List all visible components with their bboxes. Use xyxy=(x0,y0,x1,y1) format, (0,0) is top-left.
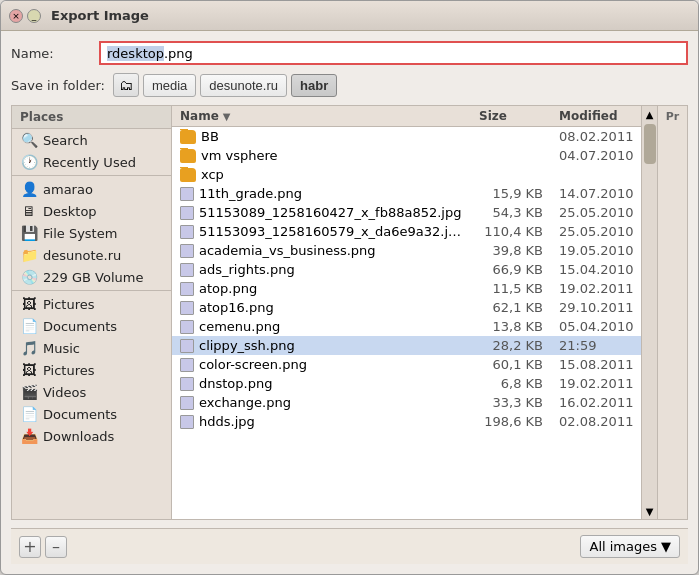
places-header: Places xyxy=(12,106,171,129)
path-button-habr[interactable]: habr xyxy=(291,74,337,97)
file-name-text: dnstop.png xyxy=(199,376,272,391)
table-row[interactable]: color-screen.png60,1 KB15.08.2011 xyxy=(172,355,641,374)
sidebar-item-amarao[interactable]: 👤amarao xyxy=(12,178,171,200)
file-modified-cell: 19.02.2011 xyxy=(551,376,641,391)
file-name-cell: atop.png xyxy=(172,281,471,296)
table-row[interactable]: atop.png11,5 KB19.02.2011 xyxy=(172,279,641,298)
title-bar: × _ Export Image xyxy=(1,1,698,31)
places-sidebar: Places 🔍Search🕐Recently Used👤amarao🖥Desk… xyxy=(12,106,172,519)
file-list-header: Name ▼ Size Modified xyxy=(172,106,641,127)
sidebar-label-documents1: Documents xyxy=(43,319,117,334)
sidebar-label-amarao: amarao xyxy=(43,182,93,197)
folder-icon xyxy=(180,168,196,182)
minimize-button[interactable]: _ xyxy=(27,9,41,23)
file-list[interactable]: BB08.02.2011vm vsphere04.07.2010xcp11th_… xyxy=(172,127,641,519)
sidebar-item-229gb[interactable]: 💿229 GB Volume xyxy=(12,266,171,288)
file-size-cell: 13,8 KB xyxy=(471,319,551,334)
sidebar-item-desktop[interactable]: 🖥Desktop xyxy=(12,200,171,222)
sidebar-item-recently-used[interactable]: 🕐Recently Used xyxy=(12,151,171,173)
add-bookmark-button[interactable]: + xyxy=(19,536,41,558)
format-label: All images xyxy=(589,539,657,554)
sidebar-divider-2 xyxy=(12,175,171,176)
sidebar-item-downloads[interactable]: 📥Downloads xyxy=(12,425,171,447)
sidebar-label-desunote: desunote.ru xyxy=(43,248,121,263)
name-row: Name: rdesktop.png xyxy=(11,41,688,65)
scrollbar-thumb[interactable] xyxy=(644,124,656,164)
file-size-cell: 33,3 KB xyxy=(471,395,551,410)
table-row[interactable]: 51153093_1258160579_x_da6e9a32.jpg110,4 … xyxy=(172,222,641,241)
sidebar-item-documents2[interactable]: 📄Documents xyxy=(12,403,171,425)
documents2-icon: 📄 xyxy=(20,406,38,422)
table-row[interactable]: xcp xyxy=(172,165,641,184)
path-button-desunote[interactable]: desunote.ru xyxy=(200,74,287,97)
remove-bookmark-button[interactable]: – xyxy=(45,536,67,558)
file-size-cell: 28,2 KB xyxy=(471,338,551,353)
folder-browse-button[interactable]: 🗂 xyxy=(113,73,139,97)
pr-panel: Pr xyxy=(657,106,687,519)
column-size[interactable]: Size xyxy=(471,109,551,123)
format-dropdown[interactable]: All images ▼ xyxy=(580,535,680,558)
file-name-text: 51153089_1258160427_x_fb88a852.jpg xyxy=(199,205,461,220)
sidebar-items: 🔍Search🕐Recently Used👤amarao🖥Desktop💾Fil… xyxy=(12,129,171,447)
file-name-text: 11th_grade.png xyxy=(199,186,302,201)
sidebar-item-filesystem[interactable]: 💾File System xyxy=(12,222,171,244)
sidebar-item-videos[interactable]: 🎬Videos xyxy=(12,381,171,403)
amarao-icon: 👤 xyxy=(20,181,38,197)
column-name[interactable]: Name ▼ xyxy=(172,109,471,123)
sidebar-item-pictures1[interactable]: 🖼Pictures xyxy=(12,293,171,315)
sidebar-item-music[interactable]: 🎵Music xyxy=(12,337,171,359)
table-row[interactable]: hdds.jpg198,6 KB02.08.2011 xyxy=(172,412,641,431)
name-label: Name: xyxy=(11,46,91,61)
column-modified[interactable]: Modified xyxy=(551,109,641,123)
file-name-cell: ads_rights.png xyxy=(172,262,471,277)
sidebar-divider-8 xyxy=(12,290,171,291)
desktop-icon: 🖥 xyxy=(20,203,38,219)
sidebar-item-documents1[interactable]: 📄Documents xyxy=(12,315,171,337)
sidebar-item-search[interactable]: 🔍Search xyxy=(12,129,171,151)
file-modified-cell: 29.10.2011 xyxy=(551,300,641,315)
scroll-up-button[interactable]: ▲ xyxy=(642,106,657,122)
file-name-text: color-screen.png xyxy=(199,357,307,372)
file-name-cell: academia_vs_business.png xyxy=(172,243,471,258)
desunote-icon: 📁 xyxy=(20,247,38,263)
file-name-cell: BB xyxy=(172,129,471,144)
table-row[interactable]: atop16.png62,1 KB29.10.2011 xyxy=(172,298,641,317)
table-row[interactable]: 11th_grade.png15,9 KB14.07.2010 xyxy=(172,184,641,203)
name-highlighted-part: rdesktop xyxy=(107,46,164,61)
table-row[interactable]: 51153089_1258160427_x_fb88a852.jpg54,3 K… xyxy=(172,203,641,222)
file-list-panel: Name ▼ Size Modified BB08.02.2011vm vsph… xyxy=(172,106,641,519)
sidebar-label-videos: Videos xyxy=(43,385,86,400)
folder-icon xyxy=(180,130,196,144)
table-row[interactable]: cemenu.png13,8 KB05.04.2010 xyxy=(172,317,641,336)
sidebar-label-downloads: Downloads xyxy=(43,429,114,444)
scroll-down-button[interactable]: ▼ xyxy=(642,503,657,519)
table-row[interactable]: dnstop.png6,8 KB19.02.2011 xyxy=(172,374,641,393)
name-input[interactable]: rdesktop.png xyxy=(99,41,688,65)
videos-icon: 🎬 xyxy=(20,384,38,400)
file-modified-cell: 16.02.2011 xyxy=(551,395,641,410)
main-file-panel: Places 🔍Search🕐Recently Used👤amarao🖥Desk… xyxy=(11,105,688,520)
table-row[interactable]: academia_vs_business.png39,8 KB19.05.201… xyxy=(172,241,641,260)
folder-icon xyxy=(180,149,196,163)
table-row[interactable]: exchange.png33,3 KB16.02.2011 xyxy=(172,393,641,412)
sidebar-item-pictures2[interactable]: 🖼Pictures xyxy=(12,359,171,381)
search-icon: 🔍 xyxy=(20,132,38,148)
path-button-media[interactable]: media xyxy=(143,74,196,97)
scrollbar[interactable]: ▲ ▼ xyxy=(641,106,657,519)
table-row[interactable]: vm vsphere04.07.2010 xyxy=(172,146,641,165)
minus-icon: – xyxy=(52,539,60,555)
table-row[interactable]: BB08.02.2011 xyxy=(172,127,641,146)
file-size-cell: 15,9 KB xyxy=(471,186,551,201)
dropdown-arrow-icon: ▼ xyxy=(661,539,671,554)
image-file-icon xyxy=(180,282,194,296)
file-name-cell: vm vsphere xyxy=(172,148,471,163)
sidebar-label-recently-used: Recently Used xyxy=(43,155,136,170)
file-modified-cell: 19.05.2010 xyxy=(551,243,641,258)
sidebar-item-desunote[interactable]: 📁desunote.ru xyxy=(12,244,171,266)
file-name-cell: 51153089_1258160427_x_fb88a852.jpg xyxy=(172,205,471,220)
file-size-cell: 54,3 KB xyxy=(471,205,551,220)
music-icon: 🎵 xyxy=(20,340,38,356)
table-row[interactable]: ads_rights.png66,9 KB15.04.2010 xyxy=(172,260,641,279)
close-button[interactable]: × xyxy=(9,9,23,23)
table-row[interactable]: clippy_ssh.png28,2 KB21:59 xyxy=(172,336,641,355)
